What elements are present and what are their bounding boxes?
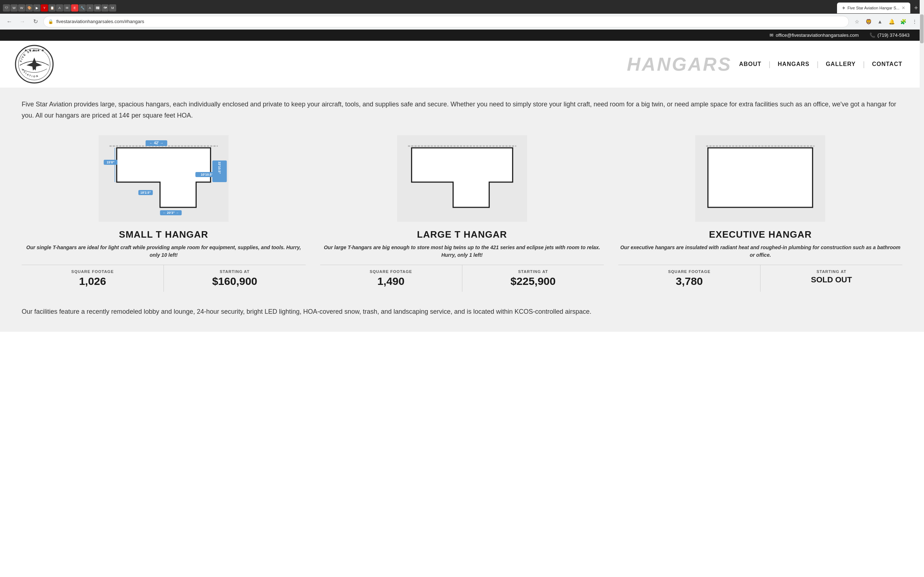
nav-gallery[interactable]: GALLERY [819,58,863,70]
executive-hangar-card: EXECUTIVE HANGAR Our executive hangars a… [618,135,902,292]
large-t-name: LARGE T HANGAR [417,229,507,240]
tab-icon-10[interactable]: E [71,4,78,11]
email-text: office@fivestaraviationhangarsales.com [775,32,859,38]
brave-rewards-btn[interactable]: ▲ [875,16,885,27]
tab-icon-13[interactable]: 📰 [94,4,101,11]
bookmark-btn[interactable]: ☆ [852,16,862,27]
executive-sqft-value: 3,780 [621,275,757,287]
scrollbar-thumb[interactable] [920,15,924,43]
notifications-btn[interactable]: 🔔 [887,16,897,27]
svg-text:← 20'3" →: ← 20'3" → [163,211,179,214]
tab-icon-2[interactable]: W [10,4,18,11]
logo-svg: ★ ★ ★ ★ ★ FIVE STAR AVIATION [15,44,54,84]
large-t-hangar-card: LARGE T HANGAR Our large T-hangars are b… [320,135,604,292]
facilities-paragraph: Our facilities feature a recently remode… [22,306,902,318]
svg-text:33'10.5": 33'10.5" [218,161,221,174]
small-t-price-value: $160,900 [167,275,303,287]
active-tab-label: Five Star Aviation Hangar S... [848,6,900,10]
tab-icon-3[interactable]: W [18,4,25,11]
toolbar-icons: ☆ 🦁 ▲ 🔔 🧩 ⋮ [852,16,920,27]
large-t-price-value: $225,900 [465,275,601,287]
tab-icon-7[interactable]: 📋 [48,4,56,11]
address-bar: 🔒 [43,16,849,27]
svg-text:18'2.5": 18'2.5" [141,191,151,194]
small-t-sqft-label: SQUARE FOOTAGE [24,269,161,274]
content-area: Five Star Aviation provides large, spaci… [0,88,924,332]
phone-item: 📞 (719) 374-5943 [869,32,909,38]
tab-icon-4[interactable]: 🎨 [26,4,33,11]
executive-desc: Our executive hangars are insulated with… [618,244,902,259]
tab-icons-area: 🛡 W W 🎨 ▶ Y 📋 A ✉ E 🔧 A 📰 🗺 M [3,4,116,11]
phone-text: (719) 374-5943 [877,32,909,38]
small-t-hangar-card: ← 42' → 15'8" 10'10.5" 33'10.5" [22,135,306,292]
tab-icon-9[interactable]: ✉ [63,4,71,11]
nav-contact[interactable]: CONTACT [865,58,909,70]
tab-icon-1[interactable]: 🛡 [3,4,10,11]
website: ✉ office@fivestaraviationhangarsales.com… [0,29,924,332]
browser-chrome: 🛡 W W 🎨 ▶ Y 📋 A ✉ E 🔧 A 📰 🗺 M ✈ Five Sta… [0,0,924,29]
tab-icon-5[interactable]: ▶ [33,4,40,11]
brave-shield-btn[interactable]: 🦁 [863,16,874,27]
executive-sqft-block: SQUARE FOOTAGE 3,780 [618,265,761,292]
executive-price-label: STARTING AT [763,269,900,274]
active-tab[interactable]: ✈ Five Star Aviation Hangar S... ✕ [837,3,910,13]
back-btn[interactable]: ← [4,16,15,27]
executive-stats: SQUARE FOOTAGE 3,780 STARTING AT SOLD OU… [618,265,902,292]
nav-links: ABOUT | HANGARS | GALLERY | CONTACT [732,58,909,70]
tab-close-btn[interactable]: ✕ [901,5,905,10]
email-icon: ✉ [769,32,774,38]
executive-diagram [618,135,902,222]
small-t-name: SMALL T HANGAR [119,229,208,240]
svg-text:15'8": 15'8" [107,161,115,164]
extensions-btn[interactable]: 🧩 [898,16,908,27]
small-t-desc: Our single T-hangars are ideal for light… [22,244,306,259]
large-t-svg [320,135,604,222]
browser-toolbar: ← → ↻ 🔒 ☆ 🦁 ▲ 🔔 🧩 ⋮ [0,14,924,29]
tab-icon-8[interactable]: A [56,4,63,11]
large-t-price-label: STARTING AT [465,269,601,274]
nav-page-title: HANGARS [627,53,732,75]
url-input[interactable] [56,19,844,24]
logo-area: ★ ★ ★ ★ ★ FIVE STAR AVIATION [15,44,54,84]
tab-icon-15[interactable]: M [109,4,116,11]
large-t-sqft-value: 1,490 [323,275,459,287]
small-t-svg: ← 42' → 15'8" 10'10.5" 33'10.5" [22,135,306,222]
small-t-sqft-block: SQUARE FOOTAGE 1,026 [22,265,164,292]
tab-icon-12[interactable]: A [86,4,94,11]
small-t-stats: SQUARE FOOTAGE 1,026 STARTING AT $160,90… [22,265,306,292]
hangar-grid: ← 42' → 15'8" 10'10.5" 33'10.5" [22,135,902,292]
executive-price-value: SOLD OUT [763,275,900,285]
email-item: ✉ office@fivestaraviationhangarsales.com [769,32,859,38]
svg-text:10'10.5": 10'10.5" [201,173,213,176]
reload-btn[interactable]: ↻ [30,16,40,27]
large-t-stats: SQUARE FOOTAGE 1,490 STARTING AT $225,90… [320,265,604,292]
svg-rect-24 [708,148,813,207]
tab-icon-14[interactable]: 🗺 [102,4,109,11]
small-t-sqft-value: 1,026 [24,275,161,287]
scrollbar[interactable] [920,0,924,332]
executive-price-block: STARTING AT SOLD OUT [761,265,902,292]
small-t-price-block: STARTING AT $160,900 [164,265,306,292]
svg-text:← 42' →: ← 42' → [149,141,163,145]
tab-icon-11[interactable]: 🔧 [79,4,86,11]
menu-btn[interactable]: ⋮ [909,16,920,27]
executive-svg [618,135,902,222]
svg-text:FIVE STAR: FIVE STAR [19,49,38,62]
forward-btn[interactable]: → [17,16,27,27]
phone-icon: 📞 [869,32,875,38]
top-bar: ✉ office@fivestaraviationhangarsales.com… [0,29,924,41]
large-t-price-block: STARTING AT $225,900 [462,265,604,292]
intro-paragraph: Five Star Aviation provides large, spaci… [22,99,902,121]
main-nav: ★ ★ ★ ★ ★ FIVE STAR AVIATION [0,41,924,88]
browser-tabs: 🛡 W W 🎨 ▶ Y 📋 A ✉ E 🔧 A 📰 🗺 M ✈ Five Sta… [0,0,924,14]
tab-icon-6[interactable]: Y [41,4,48,11]
large-t-sqft-label: SQUARE FOOTAGE [323,269,459,274]
small-t-price-label: STARTING AT [167,269,303,274]
nav-hangars[interactable]: HANGARS [771,58,817,70]
large-t-diagram [320,135,604,222]
lock-icon: 🔒 [48,19,53,24]
executive-name: EXECUTIVE HANGAR [709,229,812,240]
large-t-desc: Our large T-hangars are big enough to st… [320,244,604,259]
small-t-diagram: ← 42' → 15'8" 10'10.5" 33'10.5" [22,135,306,222]
nav-about[interactable]: ABOUT [732,58,769,70]
